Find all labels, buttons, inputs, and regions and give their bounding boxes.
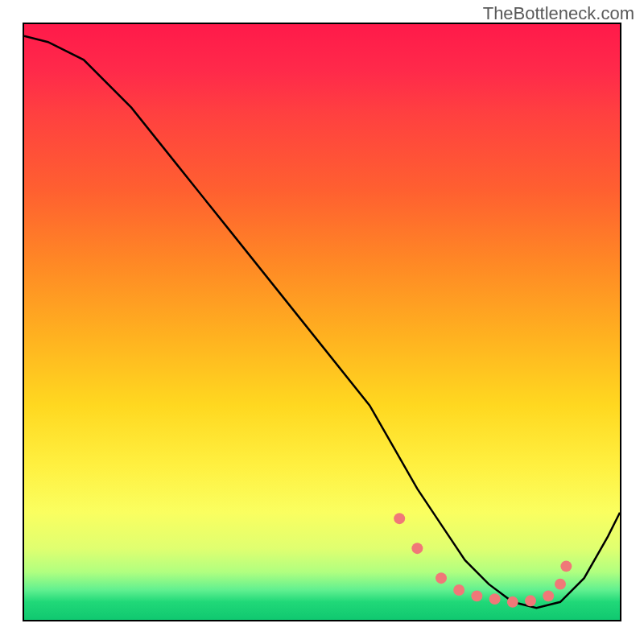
chart-svg <box>24 24 620 620</box>
highlight-dot <box>507 597 518 608</box>
bottleneck-curve-path <box>24 36 620 608</box>
highlight-dot <box>394 513 405 524</box>
highlight-dot <box>453 584 464 596</box>
watermark-text: TheBottleneck.com <box>483 3 634 24</box>
highlight-dot <box>489 593 501 605</box>
highlight-dot <box>560 560 572 572</box>
highlight-dot <box>436 572 447 584</box>
highlight-dot <box>543 590 554 601</box>
plot-area <box>23 23 621 621</box>
highlight-dot <box>471 590 482 601</box>
highlight-dot <box>411 543 423 554</box>
highlight-dots-group <box>394 513 572 608</box>
highlight-dot <box>525 595 536 606</box>
highlight-dot <box>555 579 566 590</box>
